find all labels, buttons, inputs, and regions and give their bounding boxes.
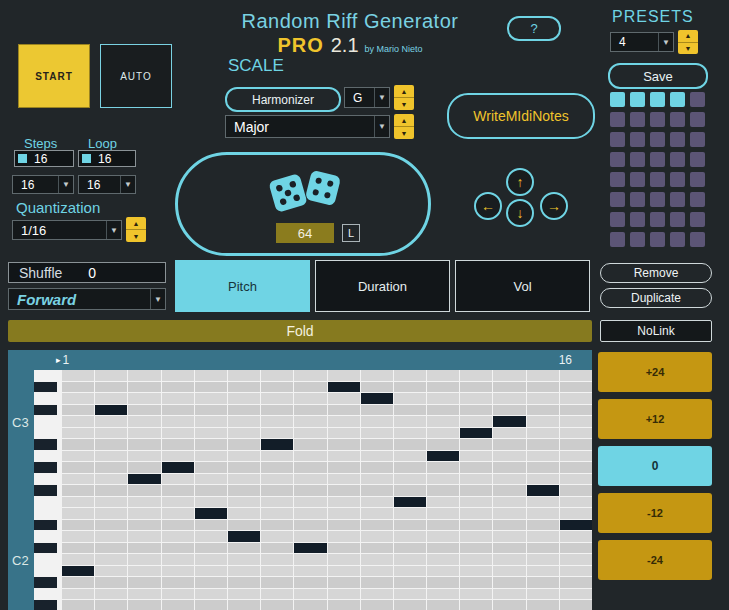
steps-division-select[interactable]: 16 ▼ [12,175,74,194]
grid-cell[interactable] [195,462,227,473]
grid-cell[interactable] [460,566,492,577]
grid-cell[interactable] [62,428,94,439]
grid-cell[interactable] [493,462,525,473]
transpose-zero-button[interactable]: 0 [598,446,712,486]
grid-cell[interactable] [95,554,127,565]
grid-cell[interactable] [427,485,459,496]
grid-cell[interactable] [527,600,559,610]
grid-cell[interactable] [527,520,559,531]
grid-cell[interactable] [394,405,426,416]
grid-cell[interactable] [493,531,525,542]
grid-cell[interactable] [361,485,393,496]
grid-cell[interactable] [427,600,459,610]
grid-cell[interactable] [527,531,559,542]
grid-cell[interactable] [228,543,260,554]
grid-cell[interactable] [195,589,227,600]
grid-cell[interactable] [128,508,160,519]
grid-cell[interactable] [427,405,459,416]
grid-cell[interactable] [493,451,525,462]
grid-cell[interactable] [427,462,459,473]
grid-cell[interactable] [527,543,559,554]
grid-cell[interactable] [361,554,393,565]
note-cell[interactable] [460,428,492,439]
grid-cell[interactable] [361,508,393,519]
grid-cell[interactable] [560,370,592,381]
grid-cell[interactable] [294,382,326,393]
scale-root-select[interactable]: G ▼ [344,87,390,108]
grid-cell[interactable] [560,497,592,508]
grid-cell[interactable] [162,600,194,610]
grid-cell[interactable] [261,451,293,462]
grid-cell[interactable] [560,485,592,496]
grid-cell[interactable] [228,577,260,588]
note-cell[interactable] [527,485,559,496]
grid-cell[interactable] [62,531,94,542]
grid-cell[interactable] [394,543,426,554]
transpose-minus24-button[interactable]: -24 [598,540,712,580]
preset-slot[interactable] [690,152,705,167]
grid-cell[interactable] [427,589,459,600]
grid-cell[interactable] [527,451,559,462]
grid-cell[interactable] [460,485,492,496]
grid-cell[interactable] [328,439,360,450]
grid-cell[interactable] [527,497,559,508]
grid-cell[interactable] [294,428,326,439]
grid-cell[interactable] [560,382,592,393]
preset-slot[interactable] [670,212,685,227]
grid-cell[interactable] [460,393,492,404]
grid-cell[interactable] [361,462,393,473]
grid-cell[interactable] [460,439,492,450]
grid-cell[interactable] [261,554,293,565]
grid-cell[interactable] [162,497,194,508]
grid-cell[interactable] [527,474,559,485]
grid-cell[interactable] [328,577,360,588]
fold-button[interactable]: Fold [8,320,592,342]
scale-mode-spinner[interactable]: ▲ ▼ [394,114,414,139]
preset-slot[interactable] [670,112,685,127]
spinner-up-icon[interactable]: ▲ [394,85,414,98]
grid-cell[interactable] [195,531,227,542]
direction-select[interactable]: Forward ▼ [8,288,166,310]
grid-cell[interactable] [95,439,127,450]
grid-cell[interactable] [62,554,94,565]
randomizer-value[interactable]: 64 [276,223,334,243]
grid-cell[interactable] [62,543,94,554]
piano-roll-timeline[interactable]: ▸ 1 16 [8,350,592,370]
grid-cell[interactable] [62,393,94,404]
note-cell[interactable] [261,439,293,450]
grid-cell[interactable] [328,497,360,508]
grid-cell[interactable] [162,485,194,496]
grid-cell[interactable] [294,462,326,473]
grid-cell[interactable] [62,508,94,519]
grid-cell[interactable] [195,600,227,610]
grid-cell[interactable] [361,428,393,439]
grid-cell[interactable] [493,485,525,496]
arrow-up-button[interactable]: ↑ [506,168,534,196]
grid-cell[interactable] [128,393,160,404]
preset-slot[interactable] [670,132,685,147]
grid-cell[interactable] [493,554,525,565]
grid-cell[interactable] [62,416,94,427]
grid-cell[interactable] [427,577,459,588]
grid-cell[interactable] [95,416,127,427]
grid-cell[interactable] [128,451,160,462]
grid-cell[interactable] [294,520,326,531]
grid-cell[interactable] [394,451,426,462]
grid-cell[interactable] [493,405,525,416]
grid-cell[interactable] [228,451,260,462]
grid-cell[interactable] [162,382,194,393]
grid-cell[interactable] [162,508,194,519]
grid-cell[interactable] [460,554,492,565]
grid-cell[interactable] [394,520,426,531]
grid-cell[interactable] [294,577,326,588]
grid-cell[interactable] [95,393,127,404]
grid-cell[interactable] [228,370,260,381]
preset-slot[interactable] [610,112,625,127]
grid-cell[interactable] [460,531,492,542]
note-cell[interactable] [361,393,393,404]
grid-cell[interactable] [261,508,293,519]
note-cell[interactable] [228,531,260,542]
grid-cell[interactable] [361,416,393,427]
note-cell[interactable] [427,451,459,462]
grid-cell[interactable] [261,393,293,404]
